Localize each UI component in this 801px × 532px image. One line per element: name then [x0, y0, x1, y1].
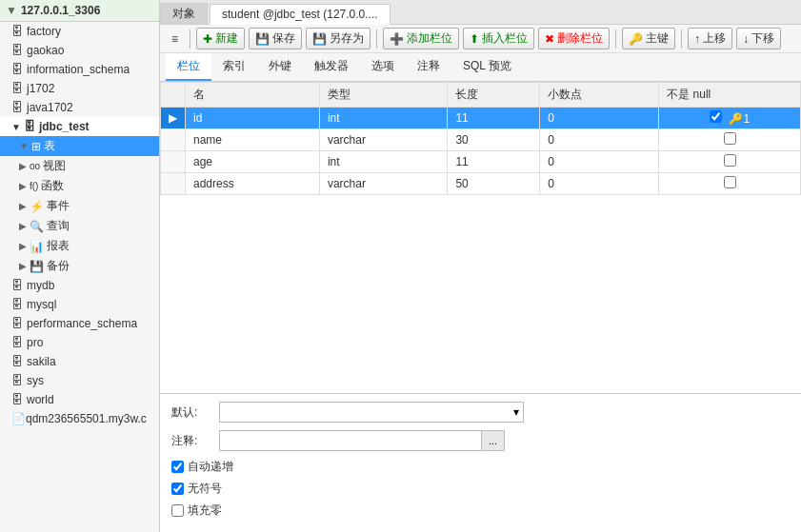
db-item-sakila[interactable]: 🗄 sakila	[0, 352, 159, 371]
view-icon: oo	[30, 161, 40, 171]
field-decimal-address[interactable]: 0	[540, 173, 659, 195]
db-item-sys[interactable]: 🗄 sys	[0, 371, 159, 390]
table-row[interactable]: ▶ id int 11 0 🔑1	[161, 108, 801, 129]
field-name-age[interactable]: age	[186, 151, 320, 173]
insert-field-button[interactable]: ⬆ 插入栏位	[463, 28, 534, 49]
field-name-address[interactable]: address	[186, 173, 320, 195]
sub-tab-sql-preview[interactable]: SQL 预览	[451, 53, 523, 81]
db-label-jdbc_test: jdbc_test	[39, 120, 90, 133]
db-label-mysql: mysql	[27, 298, 56, 311]
add-field-button[interactable]: ➕ 添加栏位	[383, 28, 459, 49]
primary-key-button[interactable]: 🔑 主键	[622, 28, 675, 49]
new-icon: ✚	[203, 32, 212, 46]
sidebar: ▼ 127.0.0.1_3306 🗄 factory 🗄 gaokao 🗄 in…	[0, 0, 160, 532]
db-item-pro[interactable]: 🗄 pro	[0, 333, 159, 352]
unsigned-checkbox[interactable]	[171, 483, 184, 495]
comment-input[interactable]	[219, 430, 482, 451]
saveas-button[interactable]: 💾 另存为	[306, 28, 370, 49]
db-item-world[interactable]: 🗄 world	[0, 390, 159, 409]
tab-student[interactable]: student @jdbc_test (127.0.0....	[210, 4, 390, 25]
move-up-button[interactable]: ↑ 上移	[688, 28, 732, 49]
table-row[interactable]: address varchar 50 0	[161, 173, 801, 195]
notnull-checkbox-address[interactable]	[724, 176, 736, 188]
field-notnull-id[interactable]: 🔑1	[659, 108, 801, 129]
add-field-icon: ➕	[390, 32, 404, 46]
tree-item-view[interactable]: ▶ oo 视图	[0, 156, 159, 176]
fields-table-area: 名 类型 长度 小数点 不是 null ▶ id int 11 0	[160, 82, 801, 393]
field-length-age[interactable]: 11	[448, 151, 540, 173]
fill-zeros-checkbox[interactable]	[171, 504, 184, 517]
db-label-j1702: j1702	[27, 82, 54, 95]
key-icon-id: 🔑	[729, 112, 743, 126]
sub-tab-comment[interactable]: 注释	[406, 53, 451, 81]
insert-field-label: 插入栏位	[482, 30, 528, 47]
tree-item-function[interactable]: ▶ f() 函数	[0, 176, 159, 196]
notnull-checkbox-age[interactable]	[724, 154, 736, 167]
row-indicator-id: ▶	[161, 108, 186, 129]
move-down-button[interactable]: ↓ 下移	[736, 28, 781, 49]
tree-item-report[interactable]: ▶ 📊 报表	[0, 236, 159, 256]
field-type-address[interactable]: varchar	[319, 173, 448, 195]
unsigned-row: 无符号	[171, 481, 790, 497]
notnull-checkbox-name[interactable]	[724, 132, 736, 145]
table-icon: ⊞	[31, 140, 41, 153]
db-item-java1702[interactable]: 🗄 java1702	[0, 98, 159, 117]
tree-item-query[interactable]: ▶ 🔍 查询	[0, 216, 159, 236]
tree-item-event[interactable]: ▶ ⚡ 事件	[0, 196, 159, 216]
field-length-name[interactable]: 30	[448, 129, 540, 151]
table-row[interactable]: age int 11 0	[161, 151, 801, 173]
field-notnull-address[interactable]	[659, 173, 801, 195]
tree-item-table[interactable]: ▼ ⊞ 表	[0, 136, 159, 156]
delete-field-button[interactable]: ✖ 删除栏位	[538, 28, 610, 49]
col-type-header: 类型	[319, 83, 448, 108]
field-decimal-id[interactable]: 0	[540, 108, 659, 129]
default-row: 默认: ▾	[171, 402, 790, 423]
server-item[interactable]: ▼ 127.0.0.1_3306	[0, 0, 159, 22]
field-type-name[interactable]: varchar	[319, 129, 448, 151]
notnull-checkbox-id[interactable]	[710, 110, 722, 123]
sub-tab-fields[interactable]: 栏位	[166, 53, 211, 81]
field-notnull-name[interactable]	[659, 129, 801, 151]
tab-student-label: student @jdbc_test (127.0.0....	[222, 8, 378, 21]
sub-tab-trigger-label: 触发器	[314, 59, 349, 72]
tree-item-backup[interactable]: ▶ 💾 备份	[0, 256, 159, 276]
sub-tab-options-label: 选项	[371, 59, 394, 72]
field-length-address[interactable]: 50	[448, 173, 540, 195]
toolbar: ≡ ✚ 新建 💾 保存 💾 另存为 ➕ 添加栏位 ⬆ 插入栏位 ✖ 删除栏位	[160, 25, 801, 53]
field-length-id[interactable]: 11	[448, 108, 540, 129]
backup-icon: 💾	[30, 260, 44, 273]
toolbar-sep-4	[681, 30, 682, 49]
sub-tab-options[interactable]: 选项	[360, 53, 406, 81]
db-item-jdbc_test[interactable]: ▼ 🗄 jdbc_test	[0, 117, 159, 136]
field-name-name[interactable]: name	[186, 129, 320, 151]
db-item-gaokao[interactable]: 🗄 gaokao	[0, 41, 159, 60]
row-indicator-age	[161, 151, 186, 173]
table-row[interactable]: name varchar 30 0	[161, 129, 801, 151]
field-name-id[interactable]: id	[186, 108, 320, 129]
db-icon-information_schema: 🗄	[11, 63, 23, 76]
db-item-performance_schema[interactable]: 🗄 performance_schema	[0, 314, 159, 333]
db-item-mydb[interactable]: 🗄 mydb	[0, 276, 159, 295]
field-notnull-age[interactable]	[659, 151, 801, 173]
menu-button[interactable]: ≡	[166, 30, 184, 49]
sub-tab-foreign-key[interactable]: 外键	[257, 53, 303, 81]
db-item-j1702[interactable]: 🗄 j1702	[0, 79, 159, 98]
event-expand-icon: ▶	[19, 201, 27, 211]
db-item-mysql[interactable]: 🗄 mysql	[0, 295, 159, 314]
comment-browse-button[interactable]: ...	[482, 430, 505, 451]
default-select[interactable]: ▾	[219, 402, 524, 423]
tab-object[interactable]: 对象	[160, 3, 208, 24]
sub-tab-trigger[interactable]: 触发器	[303, 53, 360, 81]
auto-increment-checkbox[interactable]	[171, 461, 184, 473]
db-item-qdm[interactable]: 📄 qdm236565501.my3w.c	[0, 409, 159, 428]
field-type-id[interactable]: int	[319, 108, 448, 129]
field-decimal-name[interactable]: 0	[540, 129, 659, 151]
new-button[interactable]: ✚ 新建	[196, 28, 245, 49]
sub-tab-index[interactable]: 索引	[211, 53, 257, 81]
db-item-factory[interactable]: 🗄 factory	[0, 22, 159, 41]
field-type-age[interactable]: int	[319, 151, 448, 173]
sub-tab-sql-preview-label: SQL 预览	[463, 59, 511, 72]
save-button[interactable]: 💾 保存	[249, 28, 302, 49]
field-decimal-age[interactable]: 0	[540, 151, 659, 173]
db-item-information_schema[interactable]: 🗄 information_schema	[0, 60, 159, 79]
